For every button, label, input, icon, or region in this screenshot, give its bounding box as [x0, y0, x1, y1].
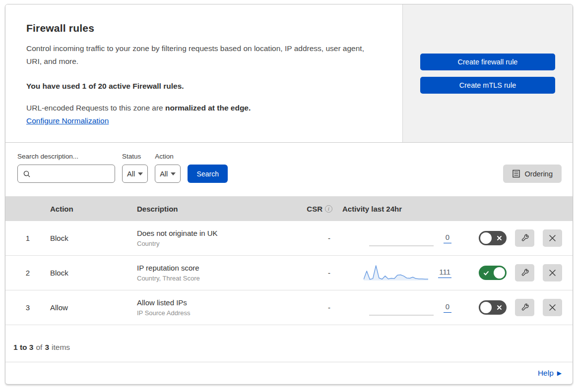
column-csr: CSR i: [292, 205, 334, 213]
x-icon: [497, 300, 502, 315]
arrow-right-icon: ▶: [557, 370, 562, 377]
rule-description: Allow listed IPs IP Source Address: [137, 298, 292, 317]
normalization-note: URL-encoded Requests to this zone are no…: [26, 104, 383, 112]
rule-activity: 0: [334, 230, 457, 247]
create-firewall-rule-button[interactable]: Create firewall rule: [420, 54, 555, 70]
rule-description-text: IP reputation score: [137, 264, 292, 272]
rule-csr-value: -: [292, 303, 334, 312]
chevron-down-icon: [138, 172, 143, 175]
rule-priority: 2: [5, 269, 50, 277]
rule-description: Does not originate in UK Country: [137, 229, 292, 247]
chevron-down-icon: [171, 172, 176, 175]
rule-action: Block: [50, 234, 137, 242]
firewall-rules-card: Firewall rules Control incoming traffic …: [5, 4, 573, 385]
activity-sparkline: [364, 265, 428, 281]
rule-priority: 3: [5, 303, 50, 312]
rule-enabled-toggle[interactable]: [479, 231, 507, 245]
rules-table: Action Description CSR i Activity last 2…: [5, 196, 573, 362]
header-actions-panel: Create firewall rule Create mTLS rule: [402, 4, 573, 142]
usage-summary: You have used 1 of 20 active Firewall ru…: [26, 82, 383, 91]
create-mtls-rule-button[interactable]: Create mTLS rule: [420, 77, 555, 94]
edit-rule-button[interactable]: [515, 229, 534, 247]
search-input[interactable]: [35, 170, 110, 178]
status-filter-field: Status All: [122, 153, 148, 183]
page-title: Firewall rules: [26, 22, 383, 34]
header-content: Firewall rules Control incoming traffic …: [5, 4, 402, 142]
activity-count-link[interactable]: 0: [444, 302, 451, 313]
column-description: Description: [137, 205, 292, 213]
delete-rule-button[interactable]: [543, 264, 562, 281]
status-dropdown[interactable]: All: [122, 165, 148, 183]
item-range: 1 to 3: [13, 343, 33, 351]
rule-csr-value: -: [292, 234, 334, 242]
x-icon: [497, 231, 502, 245]
toggle-knob: [494, 267, 505, 279]
close-icon: [549, 234, 556, 242]
search-input-wrapper[interactable]: [17, 165, 115, 183]
rule-fields-text: Country: [137, 240, 292, 247]
rule-activity: 111: [334, 265, 457, 281]
activity-sparkline: [369, 230, 434, 247]
rule-description-text: Does not originate in UK: [137, 229, 292, 237]
column-action: Action: [50, 205, 137, 213]
rule-activity: 0: [334, 299, 457, 316]
close-icon: [549, 304, 556, 311]
rule-controls: [457, 264, 573, 281]
delete-rule-button[interactable]: [543, 299, 562, 316]
help-bar: Help ▶: [5, 362, 573, 384]
rule-action: Allow: [50, 303, 137, 312]
rule-description: IP reputation score Country, Threat Scor…: [137, 264, 292, 282]
check-icon: [483, 266, 489, 280]
action-label: Action: [155, 153, 181, 160]
info-icon[interactable]: i: [325, 205, 332, 213]
column-csr-label: CSR: [307, 205, 322, 213]
rule-fields-text: IP Source Address: [137, 309, 292, 317]
ordering-button[interactable]: Ordering: [503, 165, 562, 183]
status-dropdown-value: All: [127, 170, 135, 178]
toggle-knob: [480, 302, 492, 313]
help-link[interactable]: Help ▶: [538, 369, 562, 378]
activity-count-link[interactable]: 0: [444, 233, 451, 243]
item-total: 3: [45, 343, 49, 351]
of-text: of: [36, 343, 42, 352]
configure-normalization-link[interactable]: Configure Normalization: [26, 116, 109, 125]
items-text: items: [52, 343, 70, 352]
action-dropdown[interactable]: All: [155, 165, 181, 183]
wrench-icon: [520, 269, 529, 278]
rule-enabled-toggle[interactable]: [479, 266, 507, 280]
rule-fields-text: Country, Threat Score: [137, 275, 292, 282]
action-filter-field: Action All: [155, 153, 181, 183]
rule-enabled-toggle[interactable]: [479, 300, 507, 315]
help-link-label: Help: [538, 369, 554, 378]
wrench-icon: [520, 303, 529, 312]
activity-count-link[interactable]: 111: [438, 268, 451, 278]
rule-priority: 1: [5, 234, 50, 242]
list-icon: [512, 169, 520, 178]
wrench-icon: [520, 234, 529, 243]
filter-bar: Search description... Status All Action …: [5, 143, 573, 196]
search-button[interactable]: Search: [188, 165, 228, 183]
edit-rule-button[interactable]: [515, 299, 534, 316]
header-section: Firewall rules Control incoming traffic …: [5, 4, 573, 143]
search-icon: [23, 170, 31, 178]
table-row: 1 Block Does not originate in UK Country…: [5, 221, 573, 256]
action-dropdown-value: All: [160, 170, 168, 178]
edit-rule-button[interactable]: [515, 264, 534, 281]
column-activity: Activity last 24hr: [334, 205, 457, 213]
status-label: Status: [122, 153, 148, 160]
search-field: Search description...: [17, 153, 115, 183]
rule-csr-value: -: [292, 269, 334, 277]
normalization-text: URL-encoded Requests to this zone are: [26, 104, 165, 112]
rule-controls: [457, 299, 573, 316]
delete-rule-button[interactable]: [543, 229, 562, 247]
rule-description-text: Allow listed IPs: [137, 298, 292, 307]
toggle-knob: [480, 232, 492, 244]
rule-action: Block: [50, 269, 137, 277]
pagination-summary: 1 to 3 of 3 items: [5, 325, 573, 362]
table-row: 2 Block IP reputation score Country, Thr…: [5, 256, 573, 290]
activity-sparkline: [369, 299, 434, 316]
ordering-button-label: Ordering: [525, 170, 553, 178]
close-icon: [549, 269, 556, 277]
search-label: Search description...: [17, 153, 115, 160]
rule-controls: [457, 229, 573, 247]
